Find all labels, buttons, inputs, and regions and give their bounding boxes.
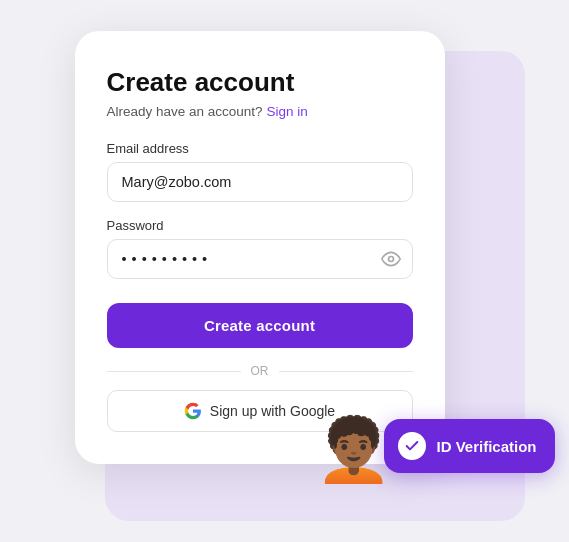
divider-line-right	[279, 371, 413, 372]
id-verification-label: ID Verification	[436, 438, 536, 455]
page-title: Create account	[107, 67, 413, 98]
scene: Create account Already have an account? …	[75, 31, 495, 511]
create-account-button[interactable]: Create account	[107, 303, 413, 348]
password-label: Password	[107, 218, 413, 233]
password-toggle-icon[interactable]	[381, 249, 401, 269]
signin-row: Already have an account? Sign in	[107, 104, 413, 119]
divider-line-left	[107, 371, 241, 372]
avatar: 🧑🏾‍🦱	[315, 419, 392, 481]
signin-link[interactable]: Sign in	[266, 104, 307, 119]
avatar-container: 🧑🏾‍🦱 ID Verification	[315, 419, 554, 481]
or-text: OR	[251, 364, 269, 378]
password-field-wrapper	[107, 239, 413, 279]
google-icon	[184, 402, 202, 420]
password-input[interactable]	[107, 239, 413, 279]
id-badge-check-icon	[398, 432, 426, 460]
or-divider: OR	[107, 364, 413, 378]
form-card: Create account Already have an account? …	[75, 31, 445, 464]
signin-prompt: Already have an account?	[107, 104, 263, 119]
email-input[interactable]	[107, 162, 413, 202]
email-field-wrapper	[107, 162, 413, 202]
id-verification-badge: ID Verification	[384, 419, 554, 473]
email-label: Email address	[107, 141, 413, 156]
svg-point-0	[388, 257, 393, 262]
checkmark-icon	[404, 438, 420, 454]
